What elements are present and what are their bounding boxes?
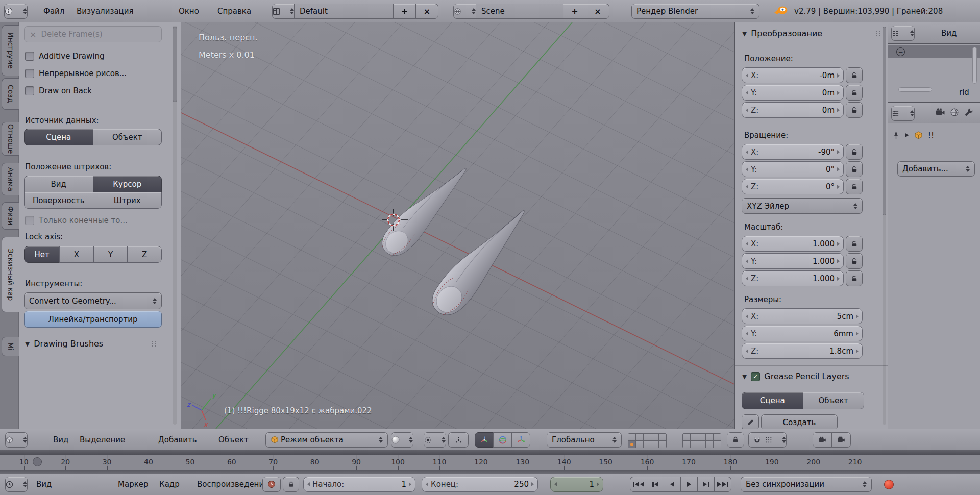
- jump-to-start-button[interactable]: [630, 477, 647, 492]
- dimension-field[interactable]: Y: 6mm: [742, 326, 863, 341]
- decrement-arrow-icon[interactable]: [554, 482, 557, 486]
- location-field[interactable]: Z: 0m: [742, 102, 844, 118]
- layout-browse-button[interactable]: [272, 4, 295, 19]
- scale-field[interactable]: X: 1.000: [742, 236, 844, 252]
- decrement-arrow-icon[interactable]: [426, 482, 428, 486]
- checkbox[interactable]: [25, 69, 34, 78]
- increment-arrow-icon[interactable]: [837, 259, 840, 263]
- menu-file[interactable]: Файл: [41, 0, 66, 22]
- decrement-arrow-icon[interactable]: [746, 150, 748, 154]
- transform-panel-header[interactable]: ▼ Преобразование: [742, 29, 881, 38]
- lock-toggle[interactable]: [846, 236, 863, 252]
- select-menu[interactable]: Выделение: [78, 429, 127, 450]
- outliner-world-item[interactable]: rld: [959, 88, 969, 97]
- drawing-brushes-panel-header[interactable]: ▼ Drawing Brushes: [25, 339, 168, 349]
- layer-toggle[interactable]: [698, 434, 705, 440]
- sync-dropdown[interactable]: Без синхронизации: [741, 477, 872, 492]
- location-field[interactable]: X: -0m: [742, 67, 844, 83]
- prev-keyframe-button[interactable]: [647, 477, 664, 492]
- decrement-arrow-icon[interactable]: [746, 277, 748, 281]
- source-scene-option[interactable]: Сцена: [24, 129, 93, 145]
- decrement-arrow-icon[interactable]: [307, 482, 310, 486]
- increment-arrow-icon[interactable]: [837, 185, 840, 189]
- outliner-hscroll[interactable]: [898, 87, 932, 92]
- decrement-arrow-icon[interactable]: [746, 242, 748, 246]
- shading-dropdown[interactable]: [391, 432, 413, 448]
- panel-grip-icon[interactable]: [876, 31, 881, 36]
- scale-field[interactable]: Y: 1.000: [742, 253, 844, 269]
- lock-toggle[interactable]: [846, 67, 863, 83]
- layer-toggle[interactable]: [691, 441, 698, 448]
- region-separator[interactable]: [0, 450, 980, 455]
- layer-toggle[interactable]: [659, 441, 666, 448]
- menu-help[interactable]: Справка: [215, 0, 253, 22]
- lock-toggle[interactable]: [846, 85, 863, 101]
- decrement-arrow-icon[interactable]: [746, 73, 748, 78]
- tab-relations[interactable]: Отноше: [2, 122, 19, 156]
- increment-arrow-icon[interactable]: [531, 482, 534, 486]
- scene-name-field[interactable]: Scene: [476, 4, 564, 19]
- layer-toggle[interactable]: [698, 441, 705, 448]
- gp-draw-button[interactable]: [742, 414, 759, 429]
- gp-object-option[interactable]: Объект: [803, 392, 865, 409]
- increment-arrow-icon[interactable]: [837, 73, 840, 78]
- properties-editor-selector[interactable]: [891, 106, 915, 121]
- increment-arrow-icon[interactable]: [856, 332, 859, 336]
- gp-layers-checkbox[interactable]: ✓: [751, 372, 760, 381]
- rotation-field[interactable]: X: -90°: [742, 144, 844, 160]
- layout-name-field[interactable]: Default: [294, 4, 394, 19]
- translate-manipulator-button[interactable]: [475, 432, 494, 448]
- stroke-view-option[interactable]: Вид: [24, 176, 93, 192]
- lock-toggle[interactable]: [846, 270, 863, 286]
- snap-element-dropdown[interactable]: [765, 432, 787, 448]
- shelf-scrollbar-thumb[interactable]: [173, 27, 177, 102]
- outliner-view-menu[interactable]: Вид: [939, 22, 959, 43]
- decrement-arrow-icon[interactable]: [746, 349, 748, 353]
- axis-none-option[interactable]: Нет: [24, 246, 60, 263]
- scene-browse-button[interactable]: [453, 4, 476, 19]
- increment-arrow-icon[interactable]: [837, 108, 840, 112]
- increment-arrow-icon[interactable]: [409, 482, 411, 486]
- increment-arrow-icon[interactable]: [837, 242, 840, 246]
- npanel-scrollbar-thumb[interactable]: [883, 27, 886, 215]
- layer-toggle[interactable]: [706, 434, 713, 440]
- add-modifier-button[interactable]: Добавить...: [897, 161, 975, 177]
- increment-arrow-icon[interactable]: [837, 167, 840, 171]
- checkbox[interactable]: [25, 216, 34, 225]
- scale-field[interactable]: Z: 1.000: [742, 270, 844, 286]
- dimension-field[interactable]: X: 5cm: [742, 308, 863, 324]
- rotation-field[interactable]: Z: 0°: [742, 179, 844, 194]
- tab-misc[interactable]: Mi: [2, 337, 19, 356]
- checkbox[interactable]: [25, 52, 34, 61]
- next-keyframe-button[interactable]: [697, 477, 715, 492]
- outliner-editor-selector[interactable]: [891, 26, 915, 41]
- outliner-selected-row[interactable]: −: [888, 45, 980, 58]
- layout-delete-button[interactable]: ×: [415, 4, 438, 19]
- gp-scene-option[interactable]: Сцена: [742, 392, 803, 409]
- lock-toggle[interactable]: [846, 144, 863, 160]
- rotate-manipulator-button[interactable]: [493, 432, 512, 448]
- tab-tools[interactable]: Инструме: [2, 25, 19, 76]
- dimension-field[interactable]: Z: 1.8cm: [742, 343, 863, 359]
- pivot-align-toggle[interactable]: [448, 432, 469, 448]
- collapse-minus-icon[interactable]: −: [896, 47, 905, 56]
- jump-to-end-button[interactable]: [714, 477, 731, 492]
- play-reverse-button[interactable]: [664, 477, 681, 492]
- layer-toggle[interactable]: [636, 441, 643, 448]
- location-field[interactable]: Y: 0m: [742, 85, 844, 101]
- layer-toggle[interactable]: [628, 441, 635, 448]
- panel-grip-icon[interactable]: [152, 341, 157, 346]
- frame-end-field[interactable]: Конец: 250: [422, 477, 538, 492]
- tab-grease-pencil[interactable]: Эскизный кар: [2, 237, 19, 312]
- layer-toggle[interactable]: [651, 441, 658, 448]
- layer-toggle[interactable]: [651, 434, 658, 440]
- render-tab-icon[interactable]: [935, 107, 945, 117]
- increment-arrow-icon[interactable]: [837, 277, 840, 281]
- gp-new-layer-button[interactable]: Создать: [761, 414, 838, 429]
- decrement-arrow-icon[interactable]: [746, 314, 748, 318]
- autokey-lock-toggle[interactable]: [283, 477, 299, 492]
- scene-add-button[interactable]: +: [563, 4, 586, 19]
- lock-toggle[interactable]: [846, 102, 863, 118]
- lock-toggle[interactable]: [846, 253, 863, 269]
- increment-arrow-icon[interactable]: [837, 91, 840, 95]
